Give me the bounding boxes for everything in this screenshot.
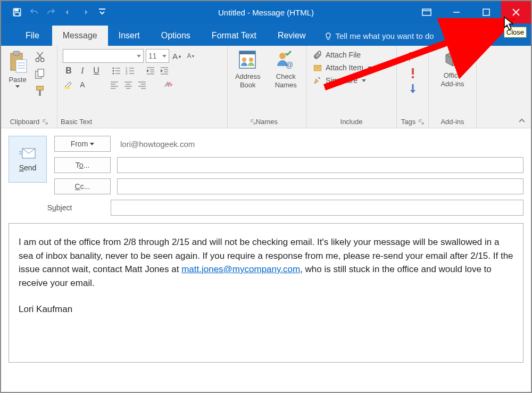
undo-icon[interactable] bbox=[29, 7, 39, 18]
cc-button[interactable]: Cc... bbox=[54, 178, 111, 194]
chevron-down-icon bbox=[15, 85, 20, 88]
low-importance-icon[interactable] bbox=[408, 83, 418, 95]
underline-button[interactable]: U bbox=[90, 65, 102, 77]
address-book-button[interactable]: Address Book bbox=[231, 49, 265, 89]
group-addins-label: Add-ins bbox=[440, 118, 464, 126]
svg-text:3: 3 bbox=[126, 72, 128, 75]
to-button[interactable]: To... bbox=[54, 157, 111, 173]
font-size-selector[interactable]: 11 bbox=[146, 49, 169, 63]
send-button[interactable]: Send bbox=[9, 136, 47, 183]
svg-point-60 bbox=[242, 58, 246, 62]
from-button[interactable]: From bbox=[54, 136, 111, 152]
previous-icon[interactable] bbox=[63, 7, 73, 18]
clear-formatting-button[interactable]: A bbox=[163, 79, 174, 91]
close-tooltip: Close bbox=[504, 27, 527, 38]
svg-point-26 bbox=[113, 70, 114, 72]
signature-text: Lori Kaufman bbox=[19, 302, 513, 316]
dialog-launcher-icon[interactable] bbox=[419, 119, 424, 125]
highlight-button[interactable] bbox=[63, 79, 74, 91]
cut-icon[interactable] bbox=[34, 51, 46, 63]
svg-line-18 bbox=[38, 52, 43, 59]
svg-text:@: @ bbox=[286, 61, 293, 69]
check-names-button[interactable]: @ Check Names bbox=[269, 49, 303, 89]
minimize-button[interactable] bbox=[442, 1, 471, 23]
increase-indent-button[interactable] bbox=[159, 65, 170, 77]
check-names-icon: @ bbox=[275, 49, 296, 70]
svg-point-28 bbox=[113, 73, 114, 75]
numbering-button[interactable]: 123 bbox=[124, 65, 136, 77]
bold-button[interactable]: B bbox=[63, 65, 74, 77]
align-center-button[interactable] bbox=[122, 79, 134, 91]
group-clipboard-label: Clipboard bbox=[10, 118, 40, 126]
svg-point-62 bbox=[279, 53, 286, 59]
addins-icon bbox=[443, 49, 463, 69]
svg-point-17 bbox=[40, 58, 44, 61]
paste-icon bbox=[7, 50, 28, 73]
paste-label: Paste bbox=[9, 76, 26, 84]
font-selector[interactable] bbox=[63, 49, 144, 63]
svg-rect-21 bbox=[38, 69, 44, 77]
subject-input[interactable] bbox=[111, 200, 523, 216]
paste-button[interactable]: Paste bbox=[4, 50, 31, 97]
align-left-button[interactable] bbox=[109, 79, 120, 91]
align-right-button[interactable] bbox=[136, 79, 148, 91]
italic-button[interactable]: I bbox=[77, 65, 88, 77]
decrease-indent-button[interactable] bbox=[145, 65, 156, 77]
bullets-button[interactable] bbox=[111, 65, 122, 77]
to-input[interactable] bbox=[117, 157, 523, 173]
group-addins: Office Add-ins Add-ins bbox=[429, 46, 477, 128]
ribbon-tabs: File Message Insert Options Format Text … bbox=[1, 23, 531, 46]
ribbon: Paste Clipboard 11 A▲ A▼ B I U bbox=[1, 46, 531, 128]
cc-input[interactable] bbox=[117, 178, 523, 194]
group-names: Address Book @ Check Names Names bbox=[228, 46, 306, 128]
signature-icon bbox=[313, 76, 322, 85]
copy-icon[interactable] bbox=[34, 68, 46, 80]
group-basic-text: 11 A▲ A▼ B I U 123 A bbox=[57, 46, 228, 128]
tab-message[interactable]: Message bbox=[52, 26, 108, 46]
attach-item-button[interactable]: Attach Item bbox=[313, 63, 393, 72]
office-addins-button[interactable]: Office Add-ins bbox=[436, 49, 470, 88]
follow-up-flag-icon[interactable] bbox=[407, 51, 419, 63]
tab-options[interactable]: Options bbox=[151, 26, 201, 46]
tab-file[interactable]: File bbox=[13, 26, 52, 46]
signature-button[interactable]: Signature bbox=[313, 76, 393, 85]
svg-rect-44 bbox=[65, 87, 70, 89]
tab-insert[interactable]: Insert bbox=[108, 26, 151, 46]
svg-rect-65 bbox=[412, 68, 414, 75]
svg-rect-4 bbox=[422, 9, 431, 15]
title-bar: Untitled - Message (HTML) bbox=[1, 1, 531, 23]
svg-rect-66 bbox=[412, 76, 414, 78]
svg-rect-7 bbox=[483, 9, 489, 15]
high-importance-icon[interactable] bbox=[408, 67, 418, 79]
group-include: Attach File Attach Item Signature Includ… bbox=[306, 46, 397, 128]
close-button[interactable] bbox=[501, 1, 531, 23]
dialog-launcher-icon[interactable] bbox=[43, 119, 48, 125]
tab-review[interactable]: Review bbox=[267, 26, 316, 46]
attach-item-icon bbox=[313, 63, 322, 72]
redo-icon[interactable] bbox=[46, 7, 56, 18]
tab-format-text[interactable]: Format Text bbox=[201, 26, 267, 46]
font-color-button[interactable]: A bbox=[77, 79, 88, 91]
address-book-icon bbox=[237, 49, 259, 70]
tell-me-search[interactable]: Tell me what you want to do bbox=[317, 26, 442, 46]
subject-label: Subject bbox=[9, 203, 111, 212]
compose-header: Send From lori@howtogeek.com To... Cc...… bbox=[1, 128, 531, 216]
dialog-launcher-icon[interactable] bbox=[251, 119, 256, 125]
shrink-font-icon[interactable]: A▼ bbox=[185, 50, 197, 62]
group-basic-text-label: Basic Text bbox=[61, 118, 92, 126]
svg-point-24 bbox=[113, 68, 114, 69]
ribbon-display-options-button[interactable] bbox=[412, 1, 442, 23]
next-icon[interactable] bbox=[80, 7, 90, 18]
svg-point-61 bbox=[249, 58, 253, 62]
grow-font-icon[interactable]: A▲ bbox=[171, 50, 183, 62]
svg-text:A: A bbox=[164, 81, 169, 88]
customize-qat-icon[interactable] bbox=[97, 7, 107, 18]
save-icon[interactable] bbox=[12, 7, 22, 18]
format-painter-icon[interactable] bbox=[34, 85, 46, 97]
attach-file-button[interactable]: Attach File bbox=[313, 50, 393, 60]
maximize-button[interactable] bbox=[471, 1, 501, 23]
group-names-label: Names bbox=[256, 118, 278, 126]
body-link[interactable]: matt.jones@mycompany.com bbox=[181, 264, 300, 274]
collapse-ribbon-icon[interactable] bbox=[518, 117, 526, 125]
message-body[interactable]: I am out of the office from 2/8 through … bbox=[9, 223, 523, 363]
